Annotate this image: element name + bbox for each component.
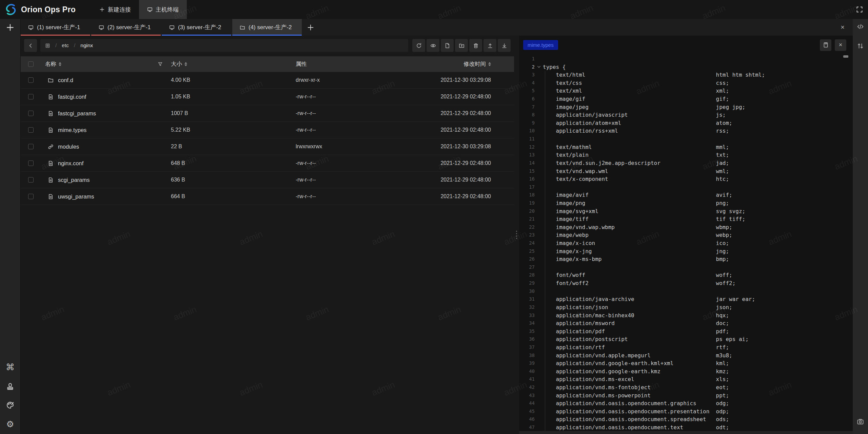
editor-line[interactable]: 24 image/x-icon ico; (519, 239, 853, 247)
editor-line[interactable]: 41 application/vnd.ms-excel xls; (519, 375, 853, 383)
editor-line[interactable]: 40 application/vnd.google-earth.kmz kmz; (519, 367, 853, 376)
editor-line[interactable]: 42 application/vnd.ms-fontobject eot; (519, 383, 853, 392)
editor-line[interactable]: 37 application/rtf rtf; (519, 343, 853, 352)
editor-scrollbar-track[interactable] (519, 431, 853, 434)
editor-line[interactable]: 38 application/vnd.apple.mpegurl m3u8; (519, 352, 853, 360)
terminal-tab-3[interactable]: (3) server-生产-2 (162, 19, 231, 36)
editor-line[interactable]: 36 application/postscript ps eps ai; (519, 335, 853, 343)
screenshot-icon[interactable] (857, 418, 864, 425)
palette-icon[interactable] (6, 401, 15, 410)
menu-item-1[interactable]: 新建连接 (91, 0, 139, 19)
editor-line[interactable]: 11 (519, 135, 853, 143)
preview-button[interactable] (427, 39, 439, 52)
row-checkbox[interactable] (28, 144, 34, 149)
editor-line[interactable]: 46 application/vnd.oasis.opendocument.sp… (519, 415, 853, 423)
editor-line[interactable]: 47 application/vnd.oasis.opendocument.te… (519, 423, 853, 432)
row-checkbox[interactable] (28, 77, 34, 83)
file-row-modules[interactable]: modules22 Blrwxrwxrwx2021-12-30 03:29:08 (21, 138, 514, 155)
editor-line[interactable]: 26 image/x-ms-bmp bmp; (519, 255, 853, 263)
code-editor[interactable]: 12types {3 text/html html htm shtml;4 te… (519, 54, 853, 434)
editor-line[interactable]: 14 text/vnd.sun.j2me.app-descriptor jad; (519, 159, 853, 167)
breadcrumb-segment-etc[interactable]: etc (62, 42, 69, 49)
row-checkbox[interactable] (28, 127, 34, 133)
editor-line[interactable]: 21 image/tiff tif tiff; (519, 215, 853, 223)
file-row-fastcgi_params[interactable]: fastcgi_params1007 B-rw-r--r--2021-12-29… (21, 105, 514, 122)
editor-line[interactable]: 35 application/pdf pdf; (519, 327, 853, 336)
editor-line[interactable]: 31 application/java-archive jar war ear; (519, 295, 853, 303)
editor-line[interactable]: 16 text/x-component htc; (519, 175, 853, 183)
editor-line[interactable]: 7 image/jpeg jpeg jpg; (519, 103, 853, 111)
editor-line[interactable]: 18 image/avif avif; (519, 191, 853, 199)
editor-line[interactable]: 28 font/woff woff; (519, 271, 853, 279)
file-row-uwsgi_params[interactable]: uwsgi_params664 B-rw-r--r--2021-12-29 02… (21, 188, 514, 205)
row-checkbox[interactable] (28, 161, 34, 166)
editor-line[interactable]: 30 (519, 287, 853, 296)
column-size-label[interactable]: 大小 (171, 60, 182, 68)
editor-line[interactable]: 6 image/gif gif; (519, 95, 853, 103)
editor-line[interactable]: 39 application/vnd.google-earth.kml+xml … (519, 359, 853, 367)
file-row-conf.d[interactable]: conf.d4.00 KBdrwxr-xr-x2021-12-30 03:29:… (21, 72, 514, 89)
editor-line[interactable]: 45 application/vnd.oasis.opendocument.pr… (519, 408, 853, 416)
breadcrumb[interactable]: / etc / nginx (40, 39, 408, 52)
back-button[interactable] (24, 39, 37, 52)
editor-line[interactable]: 29 font/woff2 woff2; (519, 279, 853, 287)
file-row-nginx.conf[interactable]: nginx.conf648 B-rw-r--r--2021-12-29 02:4… (21, 155, 514, 172)
open-file-badge[interactable]: mime.types (523, 40, 558, 50)
command-icon[interactable]: ⌘ (6, 363, 15, 372)
file-row-fastcgi.conf[interactable]: fastcgi.conf1.05 KB-rw-r--r--2021-12-29 … (21, 89, 514, 105)
new-folder-button[interactable] (455, 39, 468, 52)
terminal-tab-2[interactable]: (2) server-生产-1 (91, 19, 161, 36)
editor-line[interactable]: 23 image/webp webp; (519, 231, 853, 239)
upload-button[interactable] (484, 39, 496, 52)
editor-line[interactable]: 9 application/atom+xml atom; (519, 119, 853, 127)
new-file-button[interactable] (441, 39, 454, 52)
sort-carets-icon[interactable] (59, 62, 61, 66)
code-icon[interactable] (857, 23, 864, 30)
row-checkbox[interactable] (28, 94, 34, 99)
editor-line[interactable]: 13 text/plain txt; (519, 151, 853, 159)
fullscreen-icon[interactable] (856, 6, 863, 13)
editor-line[interactable]: 17 (519, 183, 853, 191)
close-editor-button[interactable]: × (835, 39, 846, 51)
editor-line[interactable]: 15 text/vnd.wap.wml wml; (519, 167, 853, 175)
row-checkbox[interactable] (28, 177, 34, 183)
editor-line[interactable]: 19 image/png png; (519, 199, 853, 207)
new-tab-button[interactable] (6, 23, 15, 32)
add-tab-button[interactable] (302, 19, 319, 36)
editor-scrollbar-thumb[interactable] (843, 55, 848, 58)
file-row-scgi_params[interactable]: scgi_params636 B-rw-r--r--2021-12-29 02:… (21, 172, 514, 188)
editor-line[interactable]: 25 image/x-jng jng; (519, 247, 853, 256)
settings-icon[interactable]: ⚙ (6, 420, 14, 429)
sort-carets-icon[interactable] (184, 62, 187, 66)
editor-line[interactable]: 2types { (519, 63, 853, 71)
terminal-tab-4[interactable]: (4) server-生产-2 (232, 19, 302, 36)
editor-line[interactable]: 12 text/mathml mml; (519, 143, 853, 151)
close-all-tabs-icon[interactable]: × (841, 23, 845, 31)
breadcrumb-segment-nginx[interactable]: nginx (80, 42, 93, 49)
download-button[interactable] (498, 39, 511, 52)
editor-line[interactable]: 4 text/css css; (519, 79, 853, 87)
refresh-button[interactable] (412, 39, 425, 52)
editor-line[interactable]: 44 application/vnd.oasis.opendocument.gr… (519, 399, 853, 408)
editor-line[interactable]: 3 text/html html htm shtml; (519, 71, 853, 79)
sort-carets-icon[interactable] (488, 62, 491, 66)
editor-line[interactable]: 5 text/xml xml; (519, 87, 853, 95)
editor-line[interactable]: 20 image/svg+xml svg svgz; (519, 207, 853, 215)
row-checkbox[interactable] (28, 194, 34, 199)
save-file-button[interactable] (820, 39, 831, 51)
column-name-label[interactable]: 名称 (45, 60, 56, 68)
editor-line[interactable]: 33 application/mac-binhex40 hqx; (519, 312, 853, 320)
terminal-tab-1[interactable]: (1) server-生产-1 (21, 19, 90, 36)
file-row-mime.types[interactable]: mime.types5.22 KB-rw-r--r--2021-12-29 02… (21, 122, 514, 138)
editor-line[interactable]: 43 application/vnd.ms-powerpoint ppt; (519, 392, 853, 400)
menu-item-2[interactable]: 主机终端 (139, 0, 187, 19)
editor-line[interactable]: 34 application/msword doc; (519, 319, 853, 327)
editor-line[interactable]: 1 (519, 55, 853, 63)
editor-line[interactable]: 27 (519, 263, 853, 271)
sort-icon[interactable] (857, 42, 864, 50)
stamp-icon[interactable] (6, 382, 15, 391)
filter-icon[interactable] (158, 62, 163, 67)
column-mtime-label[interactable]: 修改时间 (463, 60, 486, 68)
editor-line[interactable]: 32 application/json json; (519, 303, 853, 312)
editor-line[interactable]: 8 application/javascript js; (519, 111, 853, 119)
